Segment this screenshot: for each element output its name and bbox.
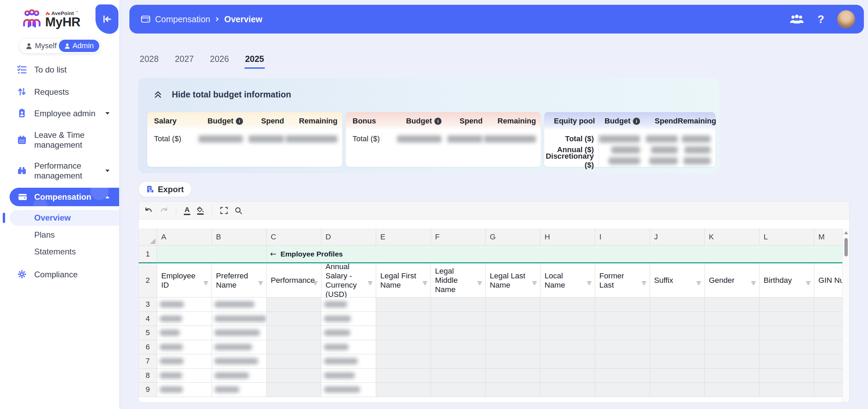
cell-annual-salary[interactable] [321,298,376,312]
info-icon[interactable]: i [434,118,442,125]
filter-icon[interactable] [586,281,592,286]
column-letter-header[interactable]: L [760,228,814,246]
sidebar-item-employee-admin[interactable]: Employee admin [0,105,119,121]
year-tab[interactable]: 2026 [210,54,229,69]
cell-preferred-name[interactable] [212,312,267,326]
cell-annual-salary[interactable] [321,340,376,355]
row-number[interactable]: 6 [139,340,157,355]
cell-preferred-name[interactable] [212,298,267,312]
filter-icon[interactable] [422,281,428,286]
sidebar-collapse-button[interactable] [95,4,118,34]
search-icon[interactable] [234,206,243,215]
row-number[interactable]: 1 [139,246,157,263]
redo-icon[interactable] [159,206,168,215]
filter-icon[interactable] [751,281,756,286]
info-icon[interactable]: i [236,118,243,125]
filter-icon[interactable] [367,281,373,286]
field-header-cell[interactable]: Annual Salary - Currency (USD) [321,263,376,298]
cell-preferred-name[interactable] [212,383,267,397]
field-header-cell[interactable]: Legal Middle Name [431,263,486,298]
row-number[interactable]: 7 [139,354,157,369]
cell-preferred-name[interactable] [212,369,267,383]
cell-employee-id[interactable] [157,298,212,312]
year-tab[interactable]: 2025 [245,54,264,69]
column-letter-header[interactable]: H [540,228,595,246]
field-header-cell[interactable]: Local Name [540,263,595,298]
team-icon[interactable] [789,14,804,24]
cell-employee-id[interactable] [157,312,212,326]
field-header-cell[interactable]: Former Last [595,263,650,298]
column-letter-header[interactable]: K [705,228,760,246]
cell-employee-id[interactable] [157,326,212,340]
export-button[interactable]: Export [138,182,192,197]
filter-icon[interactable] [532,281,537,286]
sidebar-item-todo-list[interactable]: To do list [0,62,119,77]
cell-employee-id[interactable] [157,383,212,397]
info-icon[interactable]: i [633,118,640,125]
row-number[interactable]: 3 [139,298,157,312]
column-letter-header[interactable]: A [157,228,212,246]
filter-icon[interactable] [203,281,209,286]
banner-merged-cell[interactable]: ← Employee Profiles [267,246,849,263]
cell-annual-salary[interactable] [321,326,376,340]
vertical-scrollbar[interactable] [842,228,849,402]
sidebar-item-leave-time[interactable]: Leave & Time management [0,127,119,153]
back-arrow-icon[interactable]: ← [270,250,276,258]
column-letter-header[interactable]: C [267,228,321,246]
cell-annual-salary[interactable] [321,369,376,383]
cell-employee-id[interactable] [157,340,212,355]
filter-icon[interactable] [696,281,702,286]
field-header-cell[interactable]: Suffix [650,263,705,298]
user-avatar[interactable] [837,10,855,28]
toggle-admin[interactable]: Admin [59,40,99,52]
row-number[interactable]: 2 [139,263,157,298]
row-number[interactable]: 5 [139,326,157,340]
row-number[interactable]: 4 [139,312,157,326]
select-all-corner[interactable] [139,228,157,246]
field-header-cell[interactable]: Employee ID [157,263,212,298]
fill-color-icon[interactable] [196,206,204,215]
column-letter-header[interactable]: I [595,228,650,246]
filter-icon[interactable] [641,281,647,286]
cell-annual-salary[interactable] [321,383,376,397]
scroll-up-arrow-icon[interactable] [844,231,848,234]
cell-preferred-name[interactable] [212,326,267,340]
breadcrumb-section[interactable]: Compensation [155,14,210,24]
field-header-cell[interactable]: Performance [267,263,321,298]
column-letter-header[interactable]: D [321,228,376,246]
undo-icon[interactable] [144,206,153,215]
field-header-cell[interactable]: Preferred Name [212,263,267,298]
banner-merged-ab-cell[interactable] [157,246,267,263]
cell-employee-id[interactable] [157,369,212,383]
scrollbar-thumb[interactable] [844,238,848,256]
sidebar-subitem-statements[interactable]: Statements [34,247,76,256]
year-tab[interactable]: 2027 [175,54,194,69]
filter-icon[interactable] [258,281,264,286]
filter-icon[interactable] [805,281,811,286]
field-header-cell[interactable]: Birthday [760,263,814,298]
toggle-myself[interactable]: Myself [21,41,57,50]
fullscreen-icon[interactable] [220,206,228,215]
cell-annual-salary[interactable] [321,354,376,369]
sidebar-item-performance[interactable]: Performance management [0,158,119,183]
column-letter-header[interactable]: F [431,228,486,246]
sidebar-item-compliance[interactable]: Compliance [0,266,119,282]
sidebar-subitem-overview[interactable]: Overview [10,210,119,226]
field-header-cell[interactable]: Legal Last Name [486,263,540,298]
filter-icon[interactable] [477,281,483,286]
field-header-cell[interactable]: Legal First Name [376,263,431,298]
cell-preferred-name[interactable] [212,354,267,369]
row-number[interactable]: 9 [139,383,157,397]
cell-employee-id[interactable] [157,354,212,369]
sidebar-item-compensation[interactable]: Compensation [10,188,119,206]
column-letter-header[interactable]: G [486,228,540,246]
budget-toggle[interactable]: Hide total budget information [153,90,291,100]
sidebar-subitem-plans[interactable]: Plans [34,230,55,240]
row-number[interactable]: 8 [139,369,157,383]
sidebar-item-requests[interactable]: Requests [0,84,119,100]
column-letter-header[interactable]: J [650,228,705,246]
column-letter-header[interactable]: E [376,228,431,246]
help-icon[interactable]: ? [817,13,824,26]
column-letter-header[interactable]: B [212,228,267,246]
field-header-cell[interactable]: Gender [705,263,760,298]
